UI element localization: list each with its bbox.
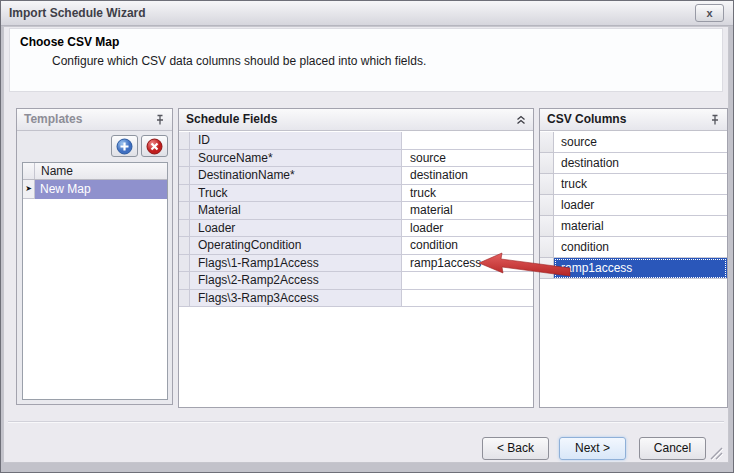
window-title: Import Schedule Wizard (9, 1, 146, 25)
row-indicator (179, 132, 190, 149)
schedule-field-row[interactable]: SourceName*source (179, 150, 533, 168)
schedule-field-row[interactable]: Loaderloader (179, 220, 533, 238)
add-template-button[interactable] (111, 135, 138, 157)
schedule-field-row[interactable]: DestinationName*destination (179, 167, 533, 185)
templates-toolbar (111, 135, 168, 157)
schedule-field-value[interactable]: truck (402, 185, 533, 202)
import-schedule-wizard-dialog: Import Schedule Wizard x Choose CSV Map … (0, 0, 734, 473)
csv-column-name[interactable]: loader (554, 195, 727, 216)
row-indicator-header (23, 163, 35, 179)
schedule-field-value[interactable]: destination (402, 167, 533, 184)
row-indicator (179, 167, 190, 184)
collapse-icon[interactable] (515, 114, 527, 126)
close-button[interactable]: x (695, 4, 724, 22)
title-bar: Import Schedule Wizard x (1, 1, 733, 26)
schedule-field-value[interactable] (402, 132, 533, 149)
pin-icon[interactable] (709, 114, 721, 126)
mapping-arrow (478, 251, 572, 283)
page-subtitle: Configure which CSV data columns should … (52, 54, 426, 68)
csv-column-name[interactable]: destination (554, 153, 727, 174)
row-indicator (179, 237, 190, 254)
csv-column-name[interactable]: source (554, 132, 727, 153)
schedule-field-value[interactable]: loader (402, 220, 533, 237)
row-indicator (179, 272, 190, 289)
schedule-field-name[interactable]: Flags\1-Ramp1Access (190, 255, 402, 272)
close-icon: x (706, 7, 712, 19)
delete-icon (146, 138, 163, 155)
next-button[interactable]: Next > (559, 437, 626, 460)
schedule-field-row[interactable]: Flags\3-Ramp3Access (179, 290, 533, 308)
schedule-field-row[interactable]: Trucktruck (179, 185, 533, 203)
csv-column-name[interactable]: material (554, 216, 727, 237)
pin-icon[interactable] (154, 114, 166, 126)
row-indicator (179, 150, 190, 167)
row-indicator (540, 132, 554, 153)
row-indicator (179, 185, 190, 202)
schedule-field-name[interactable]: SourceName* (190, 150, 402, 167)
templates-panel: Templates (16, 108, 173, 405)
delete-template-button[interactable] (141, 135, 168, 157)
csv-column-name[interactable]: truck (554, 174, 727, 195)
schedule-field-name[interactable]: Flags\2-Ramp2Access (190, 272, 402, 289)
schedule-field-name[interactable]: Loader (190, 220, 402, 237)
schedule-field-name[interactable]: Flags\3-Ramp3Access (190, 290, 402, 307)
csv-column-name[interactable]: condition (554, 237, 727, 258)
schedule-field-name[interactable]: DestinationName* (190, 167, 402, 184)
cancel-button[interactable]: Cancel (639, 437, 706, 460)
row-indicator: ➤ (23, 180, 35, 199)
schedule-field-name[interactable]: OperatingCondition (190, 237, 402, 254)
schedule-field-row[interactable]: Materialmaterial (179, 202, 533, 220)
add-icon (116, 138, 133, 155)
name-column-header[interactable]: Name (35, 163, 167, 179)
templates-panel-title: Templates (24, 112, 82, 126)
template-row[interactable]: ➤New Map (23, 180, 167, 199)
csv-column-row[interactable]: material (540, 216, 727, 237)
template-row-name[interactable]: New Map (35, 180, 167, 199)
templates-grid: Name ➤New Map (22, 162, 168, 400)
templates-rows: ➤New Map (23, 180, 167, 199)
schedule-field-value[interactable] (402, 290, 533, 307)
schedule-fields-panel-title: Schedule Fields (186, 112, 277, 126)
csv-column-row[interactable]: loader (540, 195, 727, 216)
templates-grid-header: Name (23, 163, 167, 180)
row-indicator (179, 220, 190, 237)
schedule-field-name[interactable]: Material (190, 202, 402, 219)
csv-column-row[interactable]: truck (540, 174, 727, 195)
schedule-fields-panel-header: Schedule Fields (179, 109, 533, 131)
csv-column-row[interactable]: source (540, 132, 727, 153)
row-indicator (540, 216, 554, 237)
page-title: Choose CSV Map (20, 35, 119, 49)
row-indicator (540, 153, 554, 174)
row-indicator (540, 195, 554, 216)
schedule-field-row[interactable]: ID (179, 132, 533, 150)
schedule-field-value[interactable]: source (402, 150, 533, 167)
templates-panel-header: Templates (17, 109, 172, 131)
csv-columns-panel-header: CSV Columns (540, 109, 727, 131)
csv-column-row[interactable]: destination (540, 153, 727, 174)
schedule-field-name[interactable]: Truck (190, 185, 402, 202)
row-indicator (179, 255, 190, 272)
csv-column-name[interactable]: ramp1access (554, 258, 727, 279)
dialog-body: Choose CSV Map Configure which CSV data … (3, 26, 729, 463)
back-button[interactable]: < Back (482, 437, 549, 460)
wizard-header: Choose CSV Map Configure which CSV data … (9, 28, 723, 92)
row-indicator (540, 174, 554, 195)
csv-columns-panel-title: CSV Columns (547, 112, 626, 126)
footer-separator (8, 421, 724, 422)
row-indicator (179, 202, 190, 219)
schedule-field-value[interactable]: material (402, 202, 533, 219)
row-indicator (179, 290, 190, 307)
schedule-field-name[interactable]: ID (190, 132, 402, 149)
resize-grip[interactable] (708, 446, 724, 460)
